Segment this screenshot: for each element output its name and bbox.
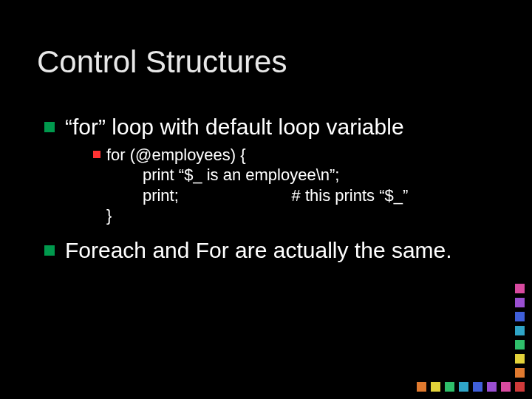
deco-square-icon bbox=[515, 368, 525, 378]
code-line: print “$_ is an employee\n”; bbox=[106, 166, 339, 184]
deco-square-icon bbox=[501, 382, 511, 392]
deco-square-icon bbox=[515, 298, 525, 307]
bullet-item: Foreach and For are actually the same. bbox=[44, 238, 502, 264]
bullet-text: Foreach and For are actually the same. bbox=[65, 238, 452, 264]
deco-square-icon bbox=[515, 382, 525, 392]
bullet-item: “for” loop with default loop variable bbox=[44, 115, 502, 140]
bullet-text: “for” loop with default loop variable bbox=[65, 115, 404, 140]
deco-square-icon bbox=[515, 284, 525, 293]
deco-square-icon bbox=[473, 382, 482, 392]
slide: Control Structures “for” loop with defau… bbox=[0, 0, 532, 399]
square-bullet-icon bbox=[93, 151, 100, 158]
deco-square-icon bbox=[515, 326, 525, 335]
deco-square-icon bbox=[515, 340, 525, 349]
code-block: for (@employees) { print “$_ is an emplo… bbox=[106, 145, 408, 226]
deco-square-icon bbox=[431, 382, 440, 392]
deco-square-icon bbox=[459, 382, 468, 392]
sub-bullet-item: for (@employees) { print “$_ is an emplo… bbox=[93, 145, 502, 226]
slide-content: “for” loop with default loop variable fo… bbox=[44, 115, 502, 267]
slide-title: Control Structures bbox=[37, 44, 287, 80]
deco-square-icon bbox=[417, 382, 426, 392]
code-line: print; # this prints “$_” bbox=[106, 186, 408, 205]
square-bullet-icon bbox=[44, 245, 55, 256]
deco-square-icon bbox=[515, 312, 525, 321]
code-line: for (@employees) { bbox=[106, 146, 246, 164]
code-line: } bbox=[106, 206, 112, 225]
deco-square-icon bbox=[445, 382, 454, 392]
deco-square-icon bbox=[487, 382, 497, 392]
square-bullet-icon bbox=[44, 122, 55, 132]
deco-square-icon bbox=[515, 354, 525, 364]
